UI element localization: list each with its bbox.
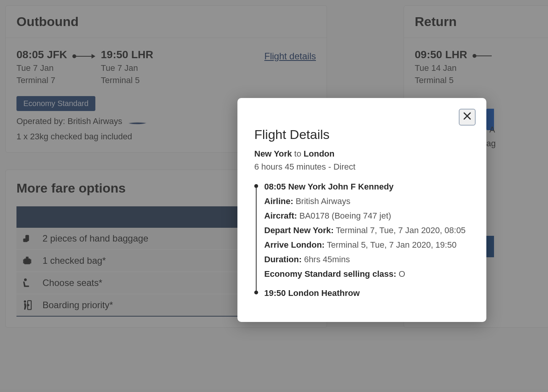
- timeline-dot-icon: [254, 291, 258, 294]
- airline-row: Airline: British Airways: [264, 196, 469, 206]
- close-button[interactable]: [459, 109, 476, 126]
- aircraft-row: Aircraft: BA0178 (Boeing 747 jet): [264, 211, 469, 221]
- text-fragment: ag: [486, 139, 496, 149]
- arrival-title: 19:50 London Heathrow: [264, 288, 469, 298]
- flight-details-modal: Flight Details New York to London 6 hour…: [237, 98, 486, 322]
- duration-row: Duration: 6hrs 45mins: [264, 255, 469, 265]
- timeline-departure: 08:05 New York John F Kennedy Airline: B…: [264, 182, 469, 279]
- modal-route: New York to London: [254, 149, 469, 159]
- selling-class-row: Economy Standard selling class: O: [264, 269, 469, 279]
- flight-timeline: 08:05 New York John F Kennedy Airline: B…: [254, 182, 469, 298]
- arrive-row: Arrive London: Terminal 5, Tue, 7 Jan 20…: [264, 240, 469, 250]
- text-fragment: A: [489, 125, 495, 135]
- timeline-arrival: 19:50 London Heathrow: [264, 288, 469, 298]
- modal-duration-summary: 6 hours 45 minutes - Direct: [254, 162, 469, 172]
- timeline-line-icon: [256, 186, 257, 294]
- fare-header-fragment: [486, 236, 494, 257]
- depart-row: Depart New York: Terminal 7, Tue, 7 Jan …: [264, 225, 469, 235]
- departure-title: 08:05 New York John F Kennedy: [264, 182, 469, 192]
- modal-title: Flight Details: [254, 127, 469, 142]
- close-icon: [463, 111, 472, 123]
- timeline-dot-icon: [254, 184, 258, 188]
